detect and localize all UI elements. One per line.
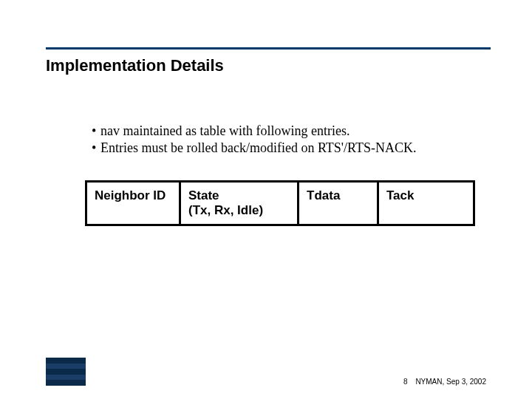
column-header-state: State (Tx, Rx, Idle) xyxy=(179,183,297,224)
column-header-state-line2: (Tx, Rx, Idle) xyxy=(188,203,290,218)
header-rule xyxy=(46,47,491,50)
bullet-dot-icon: • xyxy=(92,123,100,140)
footer: 8 NYMAN, Sep 3, 2002 xyxy=(403,378,486,386)
bullet-list: • nav maintained as table with following… xyxy=(92,123,476,156)
column-header-neighbor-id: Neighbor ID xyxy=(87,183,179,224)
column-header-tack: Tack xyxy=(377,183,473,224)
table-header-row: Neighbor ID State (Tx, Rx, Idle) Tdata T… xyxy=(87,183,473,224)
bullet-item: • nav maintained as table with following… xyxy=(92,123,476,140)
footer-text: NYMAN, Sep 3, 2002 xyxy=(415,378,486,386)
bullet-item: • Entries must be rolled back/modified o… xyxy=(92,140,476,157)
nav-table: Neighbor ID State (Tx, Rx, Idle) Tdata T… xyxy=(85,180,475,226)
page-title: Implementation Details xyxy=(46,56,224,75)
bullet-dot-icon: • xyxy=(92,140,100,157)
logo-icon xyxy=(46,358,86,386)
column-header-tdata: Tdata xyxy=(297,183,377,224)
column-header-state-line1: State xyxy=(188,188,290,203)
page-number: 8 xyxy=(403,378,408,386)
bullet-text: Entries must be rolled back/modified on … xyxy=(100,140,476,157)
slide: Implementation Details • nav maintained … xyxy=(0,0,532,399)
bullet-text: nav maintained as table with following e… xyxy=(100,123,476,140)
